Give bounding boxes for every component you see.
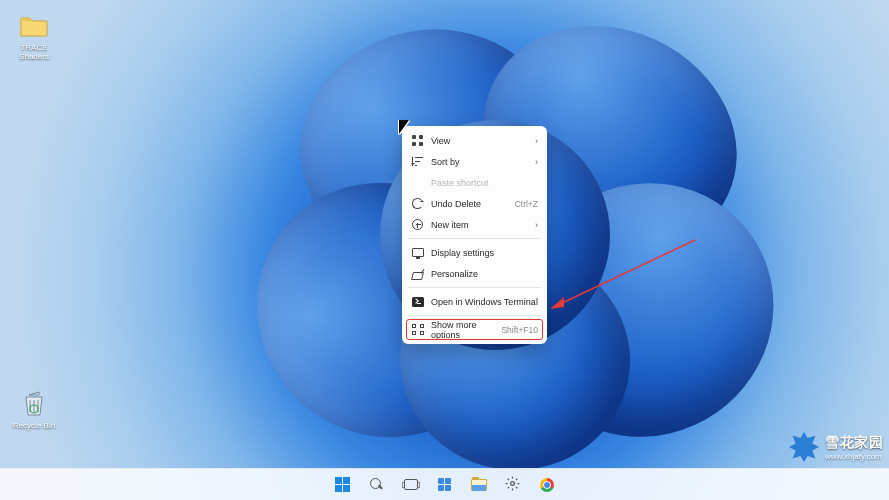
display-icon	[411, 246, 424, 259]
desktop-icon-label: Recycle Bin	[6, 422, 62, 431]
desktop-icon-folder[interactable]: TRACE Shaders	[6, 10, 62, 62]
menu-item-label: Show more options	[431, 320, 494, 340]
folder-icon	[18, 10, 50, 42]
context-menu-open-terminal[interactable]: Open in Windows Terminal	[406, 291, 543, 312]
menu-separator	[408, 315, 541, 316]
sort-icon	[411, 155, 424, 168]
desktop[interactable]: TRACE Shaders Recycle Bin View › Sort by…	[0, 0, 889, 500]
menu-item-label: Personalize	[431, 269, 538, 279]
menu-item-label: Undo Delete	[431, 199, 508, 209]
taskbar-taskview[interactable]	[397, 472, 425, 498]
start-button[interactable]	[329, 472, 357, 498]
menu-item-label: View	[431, 136, 528, 146]
taskbar-widgets[interactable]	[431, 472, 459, 498]
menu-item-shortcut: Shift+F10	[501, 325, 538, 335]
context-menu-new-item[interactable]: New item ›	[406, 214, 543, 235]
context-menu-undo-delete[interactable]: Undo Delete Ctrl+Z	[406, 193, 543, 214]
menu-item-label: New item	[431, 220, 528, 230]
paint-icon	[411, 267, 424, 280]
context-menu-display-settings[interactable]: Display settings	[406, 242, 543, 263]
taskview-icon	[404, 479, 418, 490]
context-menu-sort-by[interactable]: Sort by ›	[406, 151, 543, 172]
gear-icon	[505, 476, 520, 494]
blank-icon	[411, 176, 424, 189]
menu-item-label: Sort by	[431, 157, 528, 167]
chevron-right-icon: ›	[535, 136, 538, 146]
recycle-bin-icon	[18, 388, 50, 420]
chevron-right-icon: ›	[535, 220, 538, 230]
new-icon	[411, 218, 424, 231]
context-menu-view[interactable]: View ›	[406, 130, 543, 151]
taskbar-search[interactable]	[363, 472, 391, 498]
terminal-icon	[411, 295, 424, 308]
taskbar-explorer[interactable]	[465, 472, 493, 498]
context-menu-show-more-options[interactable]: Show more options Shift+F10	[406, 319, 543, 340]
windows-logo-icon	[335, 477, 350, 492]
watermark: 雪花家园 www.xhjaty.com	[789, 432, 883, 462]
watermark-url: www.xhjaty.com	[825, 452, 883, 461]
svg-point-3	[511, 481, 515, 485]
desktop-icon-label: TRACE Shaders	[6, 44, 62, 62]
menu-separator	[408, 287, 541, 288]
taskbar-chrome[interactable]	[533, 472, 561, 498]
more-options-icon	[411, 323, 424, 336]
menu-item-label: Display settings	[431, 248, 538, 258]
context-menu-personalize[interactable]: Personalize	[406, 263, 543, 284]
search-icon	[370, 478, 384, 492]
menu-item-label: Open in Windows Terminal	[431, 297, 538, 307]
chevron-right-icon: ›	[535, 157, 538, 167]
menu-item-label: Paste shortcut	[431, 178, 538, 188]
taskbar	[0, 468, 889, 500]
cursor-pointer	[399, 120, 409, 134]
widgets-icon	[438, 478, 451, 491]
context-menu-paste-shortcut: Paste shortcut	[406, 172, 543, 193]
desktop-icon-recycle-bin[interactable]: Recycle Bin	[6, 388, 62, 431]
desktop-context-menu: View › Sort by › Paste shortcut Undo Del…	[402, 126, 547, 344]
chrome-icon	[540, 478, 554, 492]
menu-item-shortcut: Ctrl+Z	[515, 199, 538, 209]
menu-separator	[408, 238, 541, 239]
watermark-brand: 雪花家园	[825, 434, 883, 452]
taskbar-settings[interactable]	[499, 472, 527, 498]
file-explorer-icon	[471, 479, 487, 491]
taskbar-center	[329, 472, 561, 498]
undo-icon	[411, 197, 424, 210]
watermark-logo-icon	[789, 432, 819, 462]
view-icon	[411, 134, 424, 147]
